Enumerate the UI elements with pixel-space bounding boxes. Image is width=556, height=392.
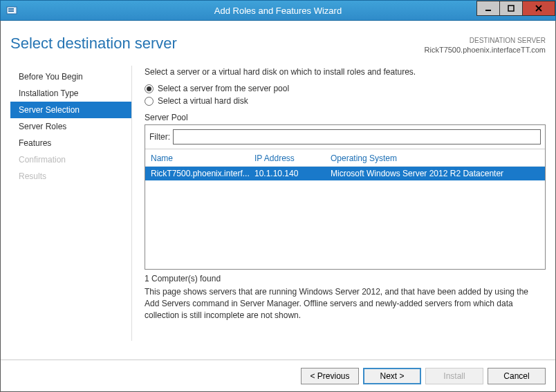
cancel-button[interactable]: Cancel (488, 368, 546, 384)
radio-icon (145, 97, 154, 106)
server-pool-label: Server Pool (145, 113, 546, 122)
page-title: Select destination server (10, 35, 177, 53)
cell-ip: 10.1.10.140 (254, 169, 331, 178)
header: Select destination server DESTINATION SE… (10, 35, 546, 55)
radio-vhd-label: Select a virtual hard disk (158, 96, 248, 106)
previous-button[interactable]: < Previous (301, 368, 359, 384)
radio-vhd[interactable]: Select a virtual hard disk (145, 96, 546, 106)
radio-server-pool[interactable]: Select a server from the server pool (145, 84, 546, 93)
col-os[interactable]: Operating System (331, 153, 539, 163)
install-button: Install (425, 368, 483, 384)
col-name[interactable]: Name (151, 153, 254, 163)
wizard-body: Select destination server DESTINATION SE… (0, 21, 556, 392)
info-note: This page shows servers that are running… (145, 286, 546, 321)
destination-value: RickT7500.phoenix.interfaceTT.com (425, 45, 546, 55)
cell-name: RickT7500.phoenix.interf... (151, 169, 254, 178)
destination-label: DESTINATION SERVER (425, 36, 546, 45)
step-confirmation: Confirmation (10, 151, 131, 168)
content: Before You Begin Installation Type Serve… (10, 66, 546, 341)
step-features[interactable]: Features (10, 135, 131, 151)
col-ip[interactable]: IP Address (254, 153, 331, 163)
close-button[interactable] (522, 1, 555, 16)
radio-server-pool-label: Select a server from the server pool (158, 84, 289, 93)
filter-row: Filter: (145, 125, 545, 149)
minimize-button[interactable] (476, 1, 500, 16)
svg-rect-2 (8, 10, 14, 12)
filter-input[interactable] (173, 129, 541, 144)
intro-text: Select a server or a virtual hard disk o… (145, 67, 546, 77)
maximize-button[interactable] (499, 1, 523, 16)
destination-info: DESTINATION SERVER RickT7500.phoenix.int… (425, 36, 546, 55)
svg-rect-1 (8, 8, 14, 10)
column-headers: Name IP Address Operating System (145, 149, 545, 167)
titlebar: Add Roles and Features Wizard (0, 0, 556, 21)
step-results: Results (10, 168, 131, 185)
step-server-roles[interactable]: Server Roles (10, 118, 131, 135)
computers-found: 1 Computer(s) found (145, 274, 546, 283)
filter-label: Filter: (149, 132, 170, 142)
server-pool-box: Filter: Name IP Address Operating System… (145, 124, 546, 270)
window-controls (477, 1, 555, 16)
next-button[interactable]: Next > (363, 368, 421, 384)
table-row[interactable]: RickT7500.phoenix.interf... 10.1.10.140 … (145, 167, 545, 180)
step-server-selection[interactable]: Server Selection (10, 102, 131, 118)
cell-os: Microsoft Windows Server 2012 R2 Datacen… (331, 169, 539, 178)
step-installation-type[interactable]: Installation Type (10, 85, 131, 102)
main-panel: Select a server or a virtual hard disk o… (131, 66, 546, 341)
window-title: Add Roles and Features Wizard (1, 6, 555, 16)
steps-sidebar: Before You Begin Installation Type Serve… (10, 66, 131, 341)
radio-icon (145, 84, 154, 93)
step-before-you-begin[interactable]: Before You Begin (10, 68, 131, 85)
server-manager-icon (6, 5, 17, 16)
footer: < Previous Next > Install Cancel (1, 360, 555, 391)
svg-rect-4 (508, 6, 514, 11)
server-rows: RickT7500.phoenix.interf... 10.1.10.140 … (145, 167, 545, 269)
